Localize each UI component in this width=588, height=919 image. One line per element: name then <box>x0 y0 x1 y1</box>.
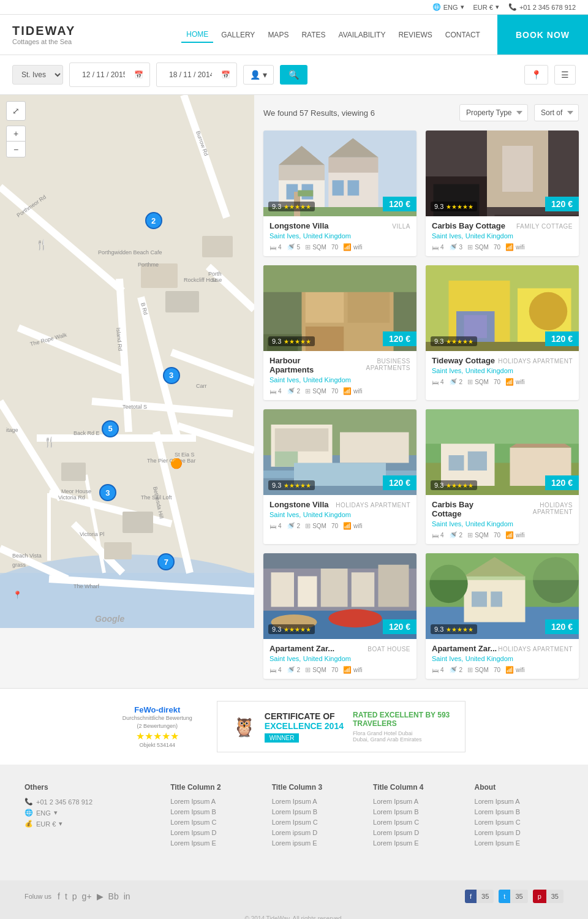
zoom-in-button[interactable]: + <box>7 126 25 142</box>
map-expand-button[interactable]: ⤢ <box>6 101 26 121</box>
bath-count: 2 <box>459 667 463 673</box>
menu-button[interactable]: ☰ <box>554 65 576 85</box>
currency-selector[interactable]: EUR € ▾ <box>473 3 499 11</box>
twitter-count[interactable]: t 35 <box>499 890 527 903</box>
footer-bottom: Foluw us f t p g+ ▶ Bb in f 35 t 35 p 35 <box>0 880 588 912</box>
amenity-baths: 🚿 2 <box>287 387 301 395</box>
amenity-beds: 🛏 4 <box>432 667 444 674</box>
footer-list-item: Lorem Ipsum B <box>170 808 259 815</box>
property-country[interactable]: United Kingdom <box>466 655 513 662</box>
property-card[interactable]: 9.3 ★★★★★ 120 € Harbour Apartments BUSIN… <box>263 265 417 400</box>
wifi-icon: 📶 <box>505 243 514 251</box>
social-facebook[interactable]: f <box>58 891 60 901</box>
social-google[interactable]: g+ <box>82 891 92 901</box>
svg-text:The Sail Loft: The Sail Loft <box>141 494 172 501</box>
nav-reviews[interactable]: REVIEWS <box>393 28 437 42</box>
property-country[interactable]: United Kingdom <box>466 232 513 240</box>
social-bb[interactable]: Bb <box>108 891 119 901</box>
property-location: Saint Ives, United Kingdom <box>270 376 410 384</box>
book-now-button[interactable]: BOOK NOW <box>497 15 588 55</box>
property-type-select[interactable]: Property Type <box>459 104 528 121</box>
svg-rect-72 <box>495 215 579 217</box>
property-card[interactable]: 9.3 ★★★★★ 120 € Carbis Bay Cottage FAMIL… <box>426 130 579 256</box>
brand-name: TIDEWAY <box>12 24 157 38</box>
facebook-icon: f <box>465 890 477 903</box>
map-pin-3a[interactable]: 3 <box>163 367 180 384</box>
amenity-sqm: ⊞ SQM <box>467 531 489 539</box>
bed-icon: 🛏 <box>432 379 439 386</box>
sqm-number: 70 <box>331 667 338 673</box>
property-city[interactable]: Saint Ives, <box>270 655 301 662</box>
property-amenities: 🛏 4 🚿 3 ⊞ SQM 70 📶 <box>432 243 573 251</box>
amenity-wifi: 📶 wifi <box>505 378 524 386</box>
footer-currency[interactable]: 💰 EUR € ▾ <box>24 820 158 828</box>
checkout-date[interactable] <box>163 66 218 83</box>
property-country[interactable]: United Kingdom <box>303 655 351 662</box>
property-city[interactable]: Saint Ives, <box>270 232 301 240</box>
property-country[interactable]: United Kingdom <box>466 520 513 528</box>
price-badge: 120 € <box>383 197 417 211</box>
location-pin-button[interactable]: 📍 <box>524 65 548 85</box>
property-card[interactable]: 9.3 ★★★★★ 120 € Longstone Villa HOLIDAYS… <box>263 409 417 544</box>
property-country[interactable]: United Kingdom <box>303 511 351 518</box>
property-card[interactable]: 9.3 ★★★★★ 120 € Carbis Bay Cottage HOLID… <box>426 409 579 544</box>
date-to-input[interactable]: 📅 <box>156 62 237 87</box>
svg-text:Porthgwidden Beach Cafe: Porthgwidden Beach Cafe <box>98 249 162 255</box>
map-pin-5[interactable]: 5 <box>102 420 119 437</box>
map-pin-3b[interactable]: 3 <box>99 484 116 501</box>
property-city[interactable]: Saint Ives, <box>432 520 463 528</box>
social-youtube[interactable]: ▶ <box>97 891 104 901</box>
nav-contact[interactable]: CONTACT <box>440 28 485 42</box>
property-card[interactable]: 9.3 ★★★★★ 120 € Apartament Zar... BOAT H… <box>263 553 417 679</box>
sort-select[interactable]: Sort of <box>534 104 579 121</box>
nav-rates[interactable]: RATES <box>296 28 330 42</box>
sqm-number: 70 <box>494 244 500 251</box>
social-pinterest[interactable]: p <box>72 891 77 901</box>
wifi-icon: 📶 <box>343 387 352 395</box>
amenity-sqm-val: 70 <box>494 532 500 539</box>
guests-select[interactable]: 👤 ▾ <box>243 65 274 85</box>
property-country[interactable]: United Kingdom <box>303 376 351 384</box>
language-selector[interactable]: 🌐 ENG ▾ <box>432 3 464 11</box>
calendar-icon: 📅 <box>134 70 143 79</box>
footer-lang[interactable]: 🌐 ENG ▾ <box>24 809 158 817</box>
location-select[interactable]: St. Ives <box>12 65 63 85</box>
property-city[interactable]: Saint Ives, <box>270 511 301 518</box>
property-city[interactable]: Saint Ives, <box>270 376 301 384</box>
stars: ★★★★★ <box>446 338 473 345</box>
property-grid: 9.3 ★★★★★ 120 € Longstone Villa VILLA Sa… <box>263 130 579 679</box>
property-card[interactable]: 9.3 ★★★★★ 120 € Tideway Cottage HOLIDAYS… <box>426 265 579 400</box>
price-badge: 120 € <box>383 475 417 490</box>
svg-rect-76 <box>348 292 390 323</box>
rating-value: 9.3 <box>434 626 443 633</box>
nav-gallery[interactable]: GALLERY <box>216 28 260 42</box>
property-city[interactable]: Saint Ives, <box>432 655 463 662</box>
facebook-count[interactable]: f 35 <box>465 890 494 903</box>
property-type: BOAT HOUSE <box>368 646 410 652</box>
pinterest-count[interactable]: p 35 <box>533 890 564 903</box>
nav-availability[interactable]: AVAILABILITY <box>334 28 391 42</box>
property-card[interactable]: 9.3 ★★★★★ 120 € Apartament Zar... HOLIDA… <box>426 553 579 679</box>
map-pin-2[interactable]: 2 <box>145 212 162 229</box>
rating-value: 9.3 <box>434 338 443 345</box>
property-location: Saint Ives, United Kingdom <box>432 232 573 240</box>
property-card[interactable]: 9.3 ★★★★★ 120 € Longstone Villa VILLA Sa… <box>263 130 417 256</box>
property-country[interactable]: United Kingdom <box>303 232 351 240</box>
zoom-out-button[interactable]: − <box>7 142 25 157</box>
property-country[interactable]: United Kingdom <box>466 367 513 374</box>
property-city[interactable]: Saint Ives, <box>432 367 463 374</box>
property-city[interactable]: Saint Ives, <box>432 232 463 240</box>
nav-maps[interactable]: MAPS <box>263 28 293 42</box>
property-header: Longstone Villa HOLIDAYS APARTMENT <box>270 500 410 510</box>
search-button[interactable]: 🔍 <box>280 65 307 85</box>
social-linkedin[interactable]: in <box>124 891 130 901</box>
date-from-input[interactable]: 📅 <box>69 62 150 87</box>
fewo-title: FeWo-direkt <box>123 705 192 714</box>
checkin-date[interactable] <box>76 66 131 83</box>
rating-badge: 9.3 ★★★★★ <box>431 202 477 211</box>
amenity-sqm: ⊞ SQM <box>467 666 489 674</box>
area-icon: ⊞ <box>305 387 311 395</box>
nav-home[interactable]: HOME <box>181 27 213 43</box>
social-twitter[interactable]: t <box>65 891 67 901</box>
svg-text:Back Rd E: Back Rd E <box>74 430 100 436</box>
